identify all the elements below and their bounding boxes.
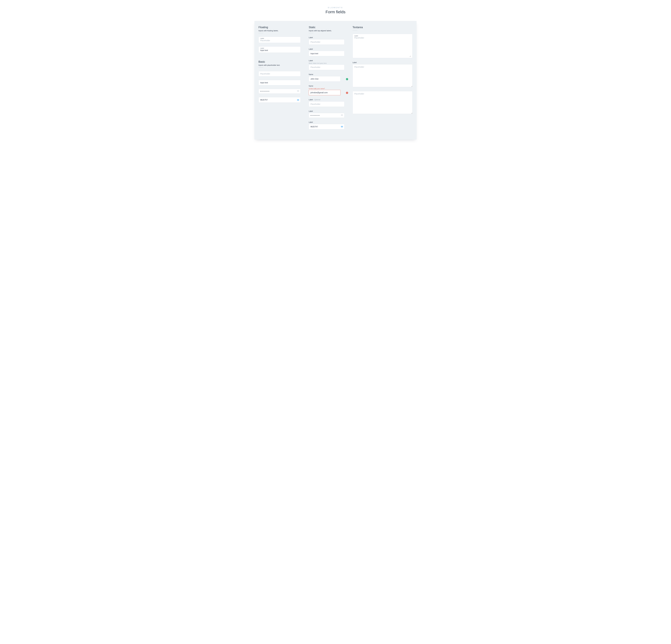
static-input-invalid[interactable] [309,90,340,95]
eye-icon[interactable] [341,126,343,128]
floating-label: Label [260,47,299,49]
static-label: Label [309,37,344,39]
static-label: Label [309,110,344,112]
basic-field-password-visible [258,97,301,103]
password-input-visible[interactable] [258,97,301,103]
static-label: Name [309,74,340,75]
column-static: Static Inputs with top-aligned labels. L… [305,26,349,133]
section-sub-floating: Inputs with floating labels. [258,30,301,32]
static-label: Label [309,48,344,50]
password-input-visible[interactable] [309,124,344,129]
textarea-field-labeled: Label [353,62,413,88]
section-title-static: Static [309,26,344,29]
static-input[interactable] [309,101,344,107]
textarea-label: Label [354,35,411,37]
static-label: Label [309,60,344,62]
static-field-empty: Label [309,37,344,45]
textarea-label: Label [353,62,413,63]
textarea-field-plain [353,91,413,114]
floating-input[interactable] [260,49,299,51]
static-field-optional: Label - Optional [309,99,344,107]
static-field-valid: Name [309,74,344,81]
static-label: Name [309,85,340,87]
static-field-filled: Label [309,48,344,56]
section-sub-static: Inputs with top-aligned labels. [309,30,344,32]
textarea-input[interactable] [353,91,413,114]
password-input-masked[interactable]: •••••••• [309,113,344,118]
column-floating-basic: Floating Inputs with floating labels. La… [254,26,305,133]
svg-point-5 [342,126,342,127]
textarea-input[interactable] [353,64,413,87]
basic-input[interactable] [258,71,301,76]
divider [353,30,357,30]
eye-icon[interactable] [297,99,299,101]
eye-icon[interactable] [297,90,299,92]
textarea-container[interactable]: Label [353,34,413,58]
floating-field-empty: Label [258,37,301,43]
divider [258,33,263,33]
section-title-floating: Floating [258,26,301,29]
overline: ELEMENTS [250,7,421,9]
static-label: Label [309,99,313,101]
page-title: Form fields [250,10,421,14]
eye-icon[interactable] [341,114,343,116]
basic-field-password-masked: •••••••• [258,89,301,94]
floating-field-filled: Label [258,47,301,53]
section-sub-basic: Inputs with placeholder text. [258,64,301,66]
static-input[interactable] [309,65,344,70]
divider [258,67,263,68]
basic-input[interactable] [258,80,301,85]
static-input[interactable] [309,39,344,45]
section-title-basic: Basic [258,60,301,63]
column-textarea: Textarea Label Label [349,26,417,133]
x-circle-icon [346,92,348,94]
textarea-input[interactable] [354,37,411,57]
static-label-optional: Label - Optional [309,99,344,101]
page-header: ELEMENTS Form fields [250,0,421,18]
static-label: Label [309,121,344,123]
static-input[interactable] [309,51,344,56]
password-input-masked[interactable]: •••••••• [258,89,301,94]
check-circle-icon [346,78,348,80]
page: ELEMENTS Form fields Floating Inputs wit… [250,0,421,145]
svg-point-1 [298,100,298,100]
floating-label: Label [260,38,299,39]
floating-input-container[interactable]: Label [258,47,301,53]
static-field-helper: Label Basic helper text goes here [309,60,344,70]
optional-suffix: - Optional [313,99,320,101]
static-field-invalid: Name Is that really your name? [309,85,344,95]
form-panel: Floating Inputs with floating labels. La… [254,21,417,140]
static-field-password-masked: Label •••••••• [309,110,344,118]
svg-point-0 [298,91,298,91]
divider [309,33,314,33]
section-title-textarea: Textarea [353,26,413,29]
floating-input-container[interactable]: Label [258,37,301,43]
helper-text: Basic helper text goes here [309,62,344,64]
static-field-password-visible: Label [309,121,344,129]
error-helper-text: Is that really your name? [309,88,340,89]
textarea-field-float: Label [353,34,413,58]
svg-point-4 [342,115,342,115]
static-input-valid[interactable] [309,76,340,81]
basic-field-text [258,80,301,85]
floating-input[interactable] [260,39,299,42]
basic-field-placeholder [258,71,301,76]
